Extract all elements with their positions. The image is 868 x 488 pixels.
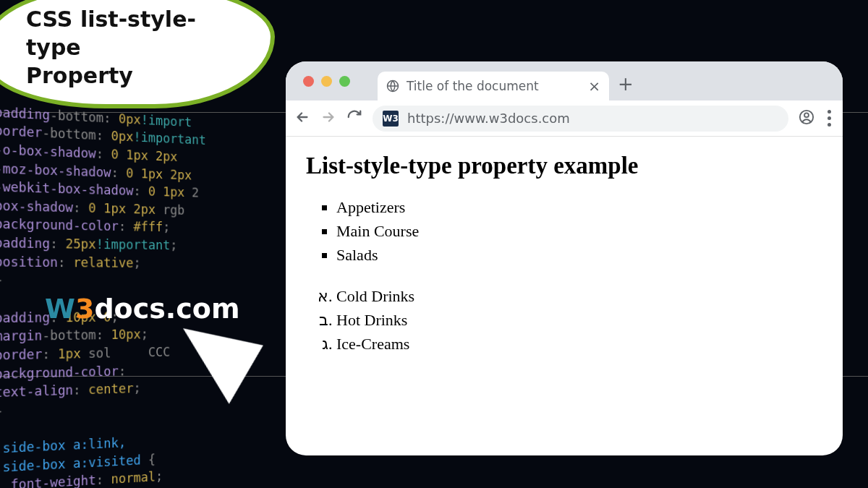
browser-menu-button[interactable] bbox=[825, 110, 834, 127]
tab-title: Title of the document bbox=[407, 79, 581, 93]
site-favicon: W3 bbox=[383, 111, 399, 127]
slide-title: CSS list-style-type Property bbox=[26, 5, 242, 90]
address-bar[interactable]: W3 https://www.w3docs.com bbox=[373, 106, 788, 132]
close-window-button[interactable] bbox=[303, 76, 314, 87]
browser-window: Title of the document × + W3 https://www… bbox=[286, 61, 843, 455]
globe-icon bbox=[386, 80, 399, 93]
page-content: List-style-type property example Appetiz… bbox=[286, 137, 843, 372]
list-item: Appetizers bbox=[336, 195, 822, 219]
new-tab-button[interactable]: + bbox=[618, 73, 634, 95]
page-heading: List-style-type property example bbox=[306, 153, 822, 179]
url-text: https://www.w3docs.com bbox=[407, 111, 570, 126]
browser-tab[interactable]: Title of the document × bbox=[378, 72, 609, 100]
list-item: Cold Drinks bbox=[336, 284, 822, 308]
w3docs-logo: W3docs.com bbox=[45, 293, 240, 325]
reload-button[interactable] bbox=[346, 109, 362, 128]
back-button[interactable] bbox=[294, 109, 310, 128]
square-list: AppetizersMain CourseSalads bbox=[336, 195, 822, 267]
list-item: Hot Drinks bbox=[336, 308, 822, 332]
forward-button[interactable] bbox=[320, 109, 336, 128]
hebrew-list: Cold DrinksHot DrinksIce-Creams bbox=[336, 284, 822, 356]
maximize-window-button[interactable] bbox=[339, 76, 350, 87]
tab-bar: Title of the document × + bbox=[286, 61, 843, 100]
list-item: Ice-Creams bbox=[336, 332, 822, 356]
close-tab-button[interactable]: × bbox=[588, 79, 600, 93]
list-item: Salads bbox=[336, 243, 822, 267]
list-item: Main Course bbox=[336, 219, 822, 243]
minimize-window-button[interactable] bbox=[321, 76, 332, 87]
profile-button[interactable] bbox=[799, 109, 814, 128]
window-controls bbox=[296, 76, 357, 87]
browser-toolbar: W3 https://www.w3docs.com bbox=[286, 100, 843, 137]
title-bubble: CSS list-style-type Property bbox=[0, 0, 275, 108]
svg-point-2 bbox=[804, 113, 809, 117]
